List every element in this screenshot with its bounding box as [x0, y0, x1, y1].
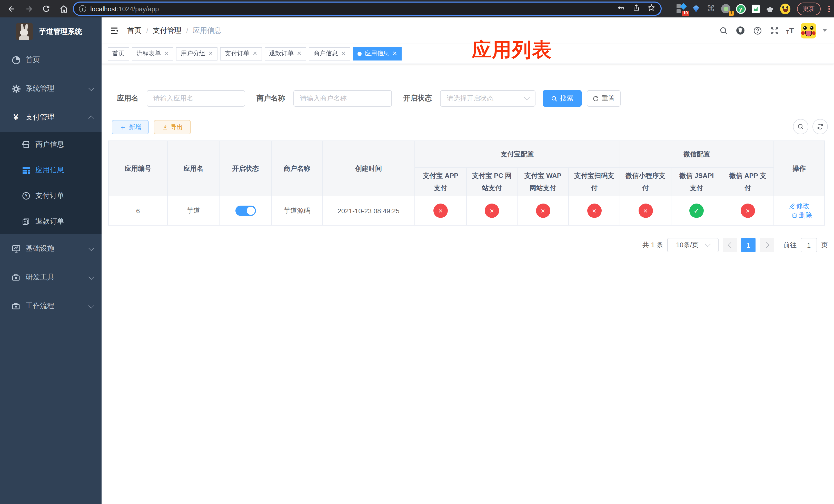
- delete-link[interactable]: 删除: [791, 211, 812, 220]
- close-icon[interactable]: ✕: [253, 50, 257, 57]
- tab-app-info[interactable]: 应用信息✕: [353, 47, 402, 60]
- reset-button[interactable]: 重置: [587, 90, 621, 107]
- github-icon[interactable]: [735, 25, 746, 36]
- password-key-icon[interactable]: [617, 4, 625, 14]
- avatar-dropdown-icon[interactable]: [823, 29, 827, 32]
- app-name-label: 应用名: [117, 94, 138, 103]
- extension-command-icon[interactable]: ⌘: [706, 4, 716, 14]
- alipay-qr-status-icon: ×: [587, 204, 601, 218]
- app-title: 芋道管理系统: [39, 27, 82, 36]
- sidebar-fold-icon[interactable]: [109, 25, 120, 36]
- show-search-toggle-button[interactable]: [793, 119, 808, 134]
- edit-link[interactable]: 修改: [789, 202, 810, 211]
- add-button[interactable]: ＋新增: [112, 120, 149, 134]
- url-text: localhost:1024/pay/app: [90, 5, 159, 13]
- monitor-chart-icon: [11, 244, 21, 253]
- briefcase-icon: [11, 273, 21, 282]
- col-wechat-app: 微信 APP 支付: [722, 167, 774, 196]
- app-name-input[interactable]: 请输入应用名: [147, 90, 245, 107]
- tab-home[interactable]: 首页: [108, 47, 129, 60]
- breadcrumb-payment[interactable]: 支付管理: [153, 26, 181, 35]
- bookmark-star-icon[interactable]: [647, 4, 656, 14]
- sidebar-item-payment[interactable]: ¥ 支付管理: [0, 103, 102, 132]
- user-avatar[interactable]: [801, 23, 816, 38]
- sidebar-item-devtools[interactable]: 研发工具: [0, 263, 102, 292]
- cell-created: 2021-10-23 08:49:25: [322, 196, 415, 225]
- close-icon[interactable]: ✕: [208, 50, 213, 57]
- font-size-icon[interactable]: TT: [786, 26, 794, 35]
- close-icon[interactable]: ✕: [164, 50, 169, 57]
- sidebar-item-refund-order[interactable]: 退款订单: [0, 209, 102, 234]
- extension-gem-icon[interactable]: [691, 4, 701, 14]
- page-number-1[interactable]: 1: [741, 238, 755, 252]
- tab-user-group[interactable]: 用户分组✕: [176, 47, 218, 60]
- back-icon[interactable]: [5, 3, 18, 15]
- status-toggle[interactable]: [235, 206, 256, 216]
- cell-actions: 修改 删除: [774, 196, 825, 225]
- col-wechat-jsapi: 微信 JSAPI 支付: [671, 167, 722, 196]
- profile-avatar-icon[interactable]: [780, 4, 790, 14]
- tab-refund-order[interactable]: 退款订单✕: [264, 47, 306, 60]
- tags-view-bar: 首页 流程表单✕ 用户分组✕ 支付订单✕ 退款订单✕ 商户信息✕ 应用信息✕: [102, 44, 834, 64]
- col-app-id: 应用编号: [109, 141, 168, 196]
- svg-text:¥: ¥: [25, 194, 27, 198]
- close-icon[interactable]: ✕: [341, 50, 346, 57]
- sidebar-item-home[interactable]: 首页: [0, 46, 102, 74]
- extension-target-icon[interactable]: 1: [721, 4, 731, 14]
- prev-page-button[interactable]: [723, 238, 737, 252]
- search-icon[interactable]: [718, 25, 729, 36]
- cell-status: [219, 196, 271, 225]
- sidebar-item-system[interactable]: 系统管理: [0, 74, 102, 103]
- site-info-icon[interactable]: i: [79, 5, 86, 12]
- sidebar-item-app-info[interactable]: 应用信息: [0, 157, 102, 183]
- status-select[interactable]: 请选择开启状态: [440, 90, 535, 107]
- share-icon[interactable]: [632, 4, 640, 14]
- close-icon[interactable]: ✕: [297, 50, 301, 57]
- tab-process-form[interactable]: 流程表单✕: [132, 47, 173, 60]
- address-bar[interactable]: i localhost:1024/pay/app: [74, 3, 661, 15]
- sidebar-item-merchant-info[interactable]: 商户信息: [0, 132, 102, 157]
- help-icon[interactable]: [752, 25, 763, 36]
- navbar: 首页 / 支付管理 / 应用信息 TT: [102, 18, 834, 44]
- col-merchant: 商户名称: [271, 141, 322, 196]
- chrome-update-button[interactable]: 更新: [797, 2, 821, 15]
- col-alipay-app: 支付宝 APP 支付: [415, 167, 466, 196]
- merchant-name-input[interactable]: 请输入商户名称: [293, 90, 392, 107]
- alipay-wap-status-icon: ×: [536, 204, 550, 218]
- briefcase-icon: [11, 301, 21, 311]
- forward-icon[interactable]: [23, 3, 35, 15]
- tab-merchant-info[interactable]: 商户信息✕: [309, 47, 350, 60]
- page-size-select[interactable]: 10条/页: [667, 238, 719, 252]
- close-icon[interactable]: ✕: [392, 50, 397, 57]
- export-button[interactable]: 导出: [154, 120, 191, 134]
- screen: i localhost:1024/pay/app 10 ⌘ 1: [0, 0, 834, 504]
- sidebar-item-infrastructure[interactable]: 基础设施: [0, 234, 102, 263]
- document-copy-icon: [22, 217, 30, 226]
- chevron-down-icon: [88, 85, 94, 91]
- extensions-puzzle-icon[interactable]: [765, 4, 775, 14]
- search-button[interactable]: 搜索: [543, 90, 581, 107]
- fullscreen-icon[interactable]: [769, 25, 780, 36]
- app-logo[interactable]: 芋道管理系统: [0, 18, 102, 46]
- tab-payment-order[interactable]: 支付订单✕: [220, 47, 262, 60]
- breadcrumb-home[interactable]: 首页: [127, 26, 141, 35]
- reload-icon[interactable]: [40, 3, 52, 15]
- breadcrumb: 首页 / 支付管理 / 应用信息: [127, 26, 222, 35]
- home-icon[interactable]: [58, 3, 70, 15]
- wechat-mini-status-icon: ×: [638, 204, 653, 218]
- refresh-button[interactable]: [812, 119, 828, 134]
- sidebar-item-workflow[interactable]: 工作流程: [0, 292, 102, 320]
- extension-y-icon[interactable]: y: [736, 4, 746, 14]
- extension-blocks-icon[interactable]: 10: [676, 4, 686, 14]
- sidebar: 芋道管理系统 首页 系统管理 ¥ 支付管理 商户信息: [0, 18, 102, 504]
- pagination: 共 1 条 10条/页 1 前往 页: [642, 238, 828, 252]
- chrome-menu-icon[interactable]: [828, 5, 830, 12]
- extension-doc-icon[interactable]: [750, 4, 761, 14]
- alipay-app-status-icon: ×: [433, 204, 448, 218]
- chevron-down-icon: [88, 302, 94, 308]
- next-page-button[interactable]: [760, 238, 774, 252]
- goto-page-input[interactable]: [801, 238, 817, 252]
- col-created: 创建时间: [322, 141, 415, 196]
- page-unit-label: 页: [821, 240, 828, 250]
- sidebar-item-payment-order[interactable]: ¥ 支付订单: [0, 183, 102, 209]
